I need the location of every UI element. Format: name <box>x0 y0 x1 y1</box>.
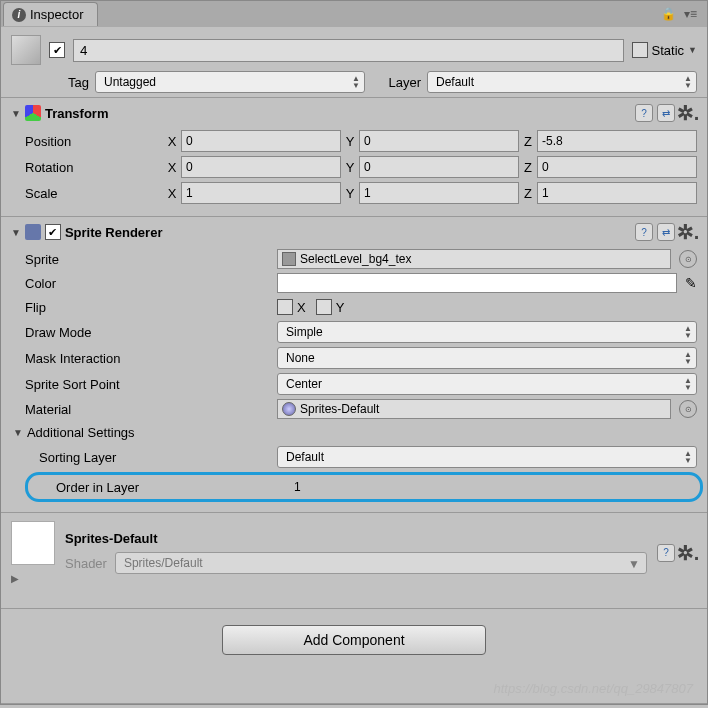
help-icon[interactable]: ? <box>635 223 653 241</box>
transform-icon <box>25 105 41 121</box>
layer-label: Layer <box>371 75 421 90</box>
sorting-layer-dropdown[interactable]: Default▲▼ <box>277 446 697 468</box>
scale-x-input[interactable] <box>181 182 341 204</box>
flip-label: Flip <box>25 300 273 315</box>
foldout-icon[interactable]: ▼ <box>11 108 21 119</box>
material-name: Sprites-Default <box>65 531 647 546</box>
material-label: Material <box>25 402 273 417</box>
flip-y-checkbox[interactable] <box>316 299 332 315</box>
color-field[interactable] <box>277 273 677 293</box>
sprite-sort-point-dropdown[interactable]: Center▲▼ <box>277 373 697 395</box>
tab-menu-icon[interactable]: ▾≡ <box>684 7 697 21</box>
rotation-y-input[interactable] <box>359 156 519 178</box>
gameobject-name-input[interactable] <box>73 39 624 62</box>
eyedropper-icon[interactable]: ✎ <box>685 275 697 291</box>
sprite-field[interactable]: SelectLevel_bg4_tex <box>277 249 671 269</box>
position-x-input[interactable] <box>181 130 341 152</box>
gear-icon[interactable]: ✲. <box>679 544 697 562</box>
sprite-label: Sprite <box>25 252 273 267</box>
object-picker-icon[interactable]: ⊙ <box>679 250 697 268</box>
sprite-renderer-component: ▼ ✔ Sprite Renderer ? ⇄ ✲. Sprite Select… <box>1 217 707 513</box>
gameobject-header: ✔ Static ▼ Tag Untagged ▲▼ Layer Default… <box>1 27 707 98</box>
static-dropdown-icon[interactable]: ▼ <box>688 45 697 55</box>
mask-interaction-label: Mask Interaction <box>25 351 273 366</box>
component-enabled-checkbox[interactable]: ✔ <box>45 224 61 240</box>
help-icon[interactable]: ? <box>635 104 653 122</box>
material-preview-section: ▶ Sprites-Default Shader Sprites/Default… <box>1 513 707 609</box>
transform-component: ▼ Transform ? ⇄ ✲. Position X Y Z Rotati… <box>1 98 707 217</box>
foldout-icon[interactable]: ▼ <box>11 227 21 238</box>
additional-settings-label: Additional Settings <box>27 425 135 440</box>
rotation-x-input[interactable] <box>181 156 341 178</box>
flip-x-checkbox[interactable] <box>277 299 293 315</box>
object-picker-icon[interactable]: ⊙ <box>679 400 697 418</box>
order-in-layer-input[interactable] <box>290 477 692 497</box>
layer-dropdown[interactable]: Default ▲▼ <box>427 71 697 93</box>
preset-icon[interactable]: ⇄ <box>657 223 675 241</box>
position-z-input[interactable] <box>537 130 697 152</box>
draw-mode-label: Draw Mode <box>25 325 273 340</box>
rotation-z-input[interactable] <box>537 156 697 178</box>
mask-interaction-dropdown[interactable]: None▲▼ <box>277 347 697 369</box>
watermark: https://blog.csdn.net/qq_29847807 <box>494 681 694 696</box>
tag-dropdown[interactable]: Untagged ▲▼ <box>95 71 365 93</box>
shader-dropdown[interactable]: Sprites/Default▼ <box>115 552 647 574</box>
sprite-sort-point-label: Sprite Sort Point <box>25 377 273 392</box>
gameobject-icon[interactable] <box>11 35 41 65</box>
gear-icon[interactable]: ✲. <box>679 223 697 241</box>
gear-icon[interactable]: ✲. <box>679 104 697 122</box>
material-field[interactable]: Sprites-Default <box>277 399 671 419</box>
add-component-button[interactable]: Add Component <box>222 625 485 655</box>
static-checkbox[interactable] <box>632 42 648 58</box>
position-label: Position <box>25 134 161 149</box>
help-icon[interactable]: ? <box>657 544 675 562</box>
rotation-label: Rotation <box>25 160 161 175</box>
color-label: Color <box>25 276 273 291</box>
order-in-layer-label: Order in Layer <box>56 480 290 495</box>
sprite-renderer-icon <box>25 224 41 240</box>
order-in-layer-highlight: Order in Layer <box>25 472 703 502</box>
material-icon <box>282 402 296 416</box>
lock-icon[interactable]: 🔒 <box>661 7 676 21</box>
static-label: Static <box>652 43 685 58</box>
tag-label: Tag <box>11 75 89 90</box>
position-y-input[interactable] <box>359 130 519 152</box>
transform-title: Transform <box>45 106 631 121</box>
scale-z-input[interactable] <box>537 182 697 204</box>
texture-icon <box>282 252 296 266</box>
draw-mode-dropdown[interactable]: Simple▲▼ <box>277 321 697 343</box>
foldout-icon[interactable]: ▼ <box>13 427 23 438</box>
shader-label: Shader <box>65 556 107 571</box>
tab-title: Inspector <box>30 7 83 22</box>
scale-label: Scale <box>25 186 161 201</box>
sprite-renderer-title: Sprite Renderer <box>65 225 631 240</box>
inspector-tab[interactable]: i Inspector <box>3 2 98 26</box>
scale-y-input[interactable] <box>359 182 519 204</box>
active-checkbox[interactable]: ✔ <box>49 42 65 58</box>
foldout-icon[interactable]: ▶ <box>11 565 55 584</box>
sorting-layer-label: Sorting Layer <box>39 450 273 465</box>
tab-bar: i Inspector 🔒 ▾≡ <box>1 1 707 27</box>
material-thumbnail <box>11 521 55 565</box>
preset-icon[interactable]: ⇄ <box>657 104 675 122</box>
info-icon: i <box>12 8 26 22</box>
